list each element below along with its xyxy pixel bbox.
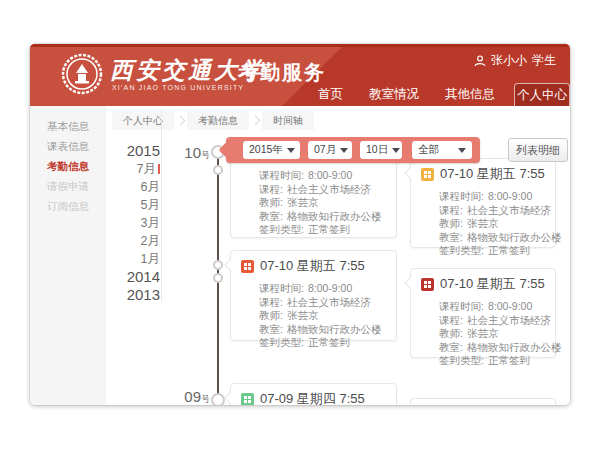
- year-select[interactable]: 2015年: [243, 141, 300, 159]
- card-field: 课程时间:8:00-9:00: [439, 300, 545, 314]
- timeline-scale-label: 2013: [114, 286, 160, 304]
- card-field: 签到类型:正常签到: [439, 354, 545, 368]
- field-value: 张芸京: [467, 217, 499, 229]
- breadcrumb-item[interactable]: 考勤信息: [187, 111, 249, 130]
- day-marker: 09号: [174, 388, 210, 405]
- field-value: 正常签到: [488, 354, 530, 366]
- field-label: 课程时间:: [259, 282, 304, 294]
- field-value: 张芸京: [287, 196, 319, 208]
- card-field: 签到类型:正常签到: [259, 336, 386, 350]
- chevron-down-icon: [458, 148, 466, 153]
- header-top-edge: [30, 44, 570, 47]
- card-fields: 课程时间:8:00-9:00课程:社会主义市场经济教师:张芸京教室:格物致知行政…: [231, 275, 396, 358]
- field-label: 教师:: [259, 196, 283, 208]
- card-title: 07-10 星期五 7:55: [260, 257, 365, 275]
- field-label: 签到类型:: [439, 244, 484, 256]
- card-field: 教室:格物致知行政办公楼: [259, 210, 386, 224]
- field-label: 课程时间:: [439, 300, 484, 312]
- field-value: 格物致知行政办公楼: [467, 231, 562, 243]
- field-label: 教师:: [439, 327, 463, 339]
- field-value: 张芸京: [467, 327, 499, 339]
- field-label: 教室:: [259, 210, 283, 222]
- field-value: 8:00-9:00: [488, 190, 532, 202]
- attendance-card: 07-09 星期四 7:55: [230, 383, 397, 405]
- card-header: 07-09 星期四 7:55: [231, 384, 396, 405]
- field-value: 正常签到: [308, 336, 350, 348]
- field-value: 格物致知行政办公楼: [467, 341, 562, 353]
- nav-tab-classrooms[interactable]: 教室情况: [356, 82, 432, 106]
- type-select[interactable]: 全部: [412, 141, 472, 159]
- field-label: 教室:: [259, 323, 283, 335]
- field-value: 格物致知行政办公楼: [287, 210, 382, 222]
- university-logo-icon: [61, 53, 103, 95]
- attendance-card: 07-10 星期五 7:55课程时间:8:00-9:00课程:社会主义市场经济教…: [230, 250, 397, 341]
- field-value: 正常签到: [308, 223, 350, 235]
- scale-divider: [161, 110, 162, 302]
- chevron-down-icon: [340, 148, 348, 153]
- calendar-icon: [241, 393, 254, 406]
- timeline-scale-label: 7月: [114, 160, 160, 178]
- attendance-card: 07-10 星期五 7:55课程时间:8:00-9:00课程:社会主义市场经济教…: [410, 158, 556, 248]
- timeline-node: [213, 165, 223, 175]
- chevron-down-icon: [392, 148, 400, 153]
- card-field: 签到类型:正常签到: [259, 223, 386, 237]
- breadcrumb-separator-icon: [176, 115, 186, 125]
- card-field: 课程:社会主义市场经济: [259, 296, 386, 310]
- sidebar-item-basic-info[interactable]: 基本信息: [30, 116, 106, 136]
- sidebar: 基本信息课表信息考勤信息请假申请订阅信息: [30, 106, 106, 405]
- card-title: 07-09 星期四 7:55: [260, 390, 365, 405]
- field-label: 课程时间:: [439, 190, 484, 202]
- timeline-scale-label: 1月: [114, 250, 160, 268]
- month-select[interactable]: 07月: [308, 141, 352, 159]
- nav-tab-home[interactable]: 首页: [305, 82, 356, 106]
- card-field: 课程时间:8:00-9:00: [259, 282, 386, 296]
- user-role: 学生: [532, 52, 556, 69]
- sidebar-item-timetable-info[interactable]: 课表信息: [30, 136, 106, 156]
- card-field: 教师:张芸京: [439, 327, 545, 341]
- sidebar-item-leave-request[interactable]: 请假申请: [30, 176, 106, 196]
- nav-tab-other-info[interactable]: 其他信息: [432, 82, 508, 106]
- field-label: 签到类型:: [259, 336, 304, 348]
- card-field: 教室:格物致知行政办公楼: [259, 323, 386, 337]
- card-title: 07-10 星期五 7:55: [440, 165, 545, 183]
- day-marker: 10号: [174, 144, 210, 162]
- card-field: 课程:社会主义市场经济: [439, 204, 545, 218]
- calendar-grid-glyph: [244, 396, 247, 399]
- field-label: 教室:: [439, 341, 463, 353]
- calendar-grid-glyph: [424, 171, 427, 174]
- nav-tab-personal-center[interactable]: 个人中心: [514, 83, 570, 106]
- field-value: 8:00-9:00: [488, 300, 532, 312]
- app-header: 西安交通大学 考勤服务 XI'AN JIAO TONG UNIVERSITY 张…: [30, 44, 570, 106]
- list-detail-button[interactable]: 列表明细: [508, 138, 568, 162]
- app-window: 西安交通大学 考勤服务 XI'AN JIAO TONG UNIVERSITY 张…: [30, 44, 570, 405]
- timeline-scale-label: 2月: [114, 232, 160, 250]
- breadcrumb-item[interactable]: 个人中心: [112, 111, 174, 130]
- card-field: 课程:社会主义市场经济: [259, 183, 386, 197]
- card-field: 课程时间:8:00-9:00: [259, 169, 386, 183]
- sidebar-item-attendance-info[interactable]: 考勤信息: [30, 156, 106, 176]
- breadcrumb-separator-icon: [251, 115, 261, 125]
- card-field: 教室:格物致知行政办公楼: [439, 341, 545, 355]
- card-field: 签到类型:正常签到: [439, 244, 545, 258]
- current-month-tick: [158, 164, 160, 174]
- field-value: 社会主义市场经济: [467, 314, 551, 326]
- timeline-node: [213, 273, 223, 283]
- field-label: 教室:: [439, 231, 463, 243]
- breadcrumb-item[interactable]: 时间轴: [262, 111, 314, 130]
- card-field: 教师:张芸京: [439, 217, 545, 231]
- card-fields: 课程时间:8:00-9:00课程:社会主义市场经济教师:张芸京教室:格物致知行政…: [411, 183, 555, 266]
- field-value: 社会主义市场经济: [467, 204, 551, 216]
- timeline-node: [211, 393, 225, 405]
- sidebar-item-subscription-info[interactable]: 订阅信息: [30, 196, 106, 216]
- calendar-grid-glyph: [244, 263, 247, 266]
- calendar-icon: [421, 278, 434, 291]
- field-label: 课程:: [439, 204, 463, 216]
- field-value: 格物致知行政办公楼: [287, 323, 382, 335]
- breadcrumb: 个人中心考勤信息时间轴: [112, 110, 314, 130]
- person-icon: [474, 55, 486, 67]
- timeline-year-scale: 20157月6月5月3月2月1月20142013: [114, 142, 160, 304]
- day-select[interactable]: 10日: [360, 141, 402, 159]
- field-label: 课程:: [259, 296, 283, 308]
- filter-bar: 2015年 07月 10日 全部: [226, 137, 480, 163]
- user-menu[interactable]: 张小小 学生: [474, 52, 556, 69]
